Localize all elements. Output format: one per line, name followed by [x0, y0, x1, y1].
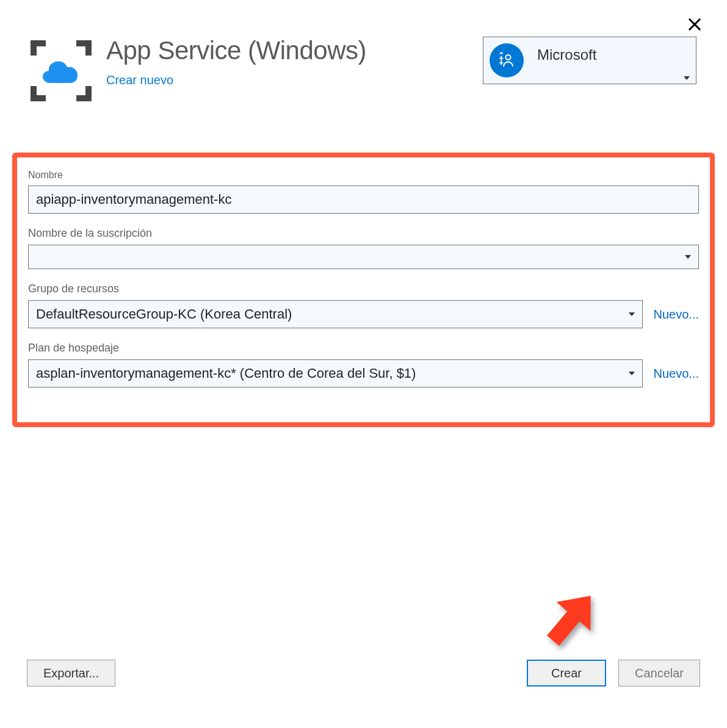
hosting-plan-value: asplan-inventorymanagement-kc* (Centro d…	[36, 366, 416, 381]
annotation-arrow-icon	[532, 579, 611, 661]
subscription-label: Nombre de la suscripción	[28, 227, 699, 240]
name-label: Nombre	[28, 170, 699, 181]
create-button[interactable]: Crear	[527, 660, 606, 687]
hosting-plan-select[interactable]: asplan-inventorymanagement-kc* (Centro d…	[28, 359, 643, 387]
cancel-button[interactable]: Cancelar	[618, 660, 700, 687]
name-input[interactable]	[28, 186, 699, 214]
resource-group-value: DefaultResourceGroup-KC (Korea Central)	[36, 306, 292, 322]
dialog-title: App Service (Windows)	[106, 37, 468, 65]
subscription-select[interactable]	[28, 245, 699, 269]
dialog-subtitle: Crear nuevo	[106, 73, 468, 87]
chevron-down-icon	[684, 76, 690, 80]
hosting-plan-new-link[interactable]: Nuevo...	[654, 367, 699, 381]
app-service-logo-icon	[31, 40, 92, 101]
chevron-down-icon	[629, 372, 635, 375]
hosting-plan-label: Plan de hospedaje	[28, 342, 699, 355]
account-avatar-icon	[490, 43, 524, 77]
chevron-down-icon	[685, 255, 691, 259]
chevron-down-icon	[629, 312, 635, 316]
form-panel: Nombre Nombre de la suscripción Grupo de…	[12, 153, 715, 427]
dialog-header: App Service (Windows) Crear nuevo Micros…	[0, 0, 727, 101]
close-icon[interactable]	[688, 17, 701, 34]
account-selector[interactable]: Microsoft	[483, 37, 696, 84]
resource-group-select[interactable]: DefaultResourceGroup-KC (Korea Central)	[28, 300, 643, 328]
account-name: Microsoft	[537, 46, 596, 63]
dialog-footer: Exportar... Crear Cancelar	[27, 660, 700, 687]
resource-group-label: Grupo de recursos	[28, 283, 699, 295]
svg-point-0	[506, 55, 511, 60]
resource-group-new-link[interactable]: Nuevo...	[654, 308, 699, 322]
export-button[interactable]: Exportar...	[27, 660, 115, 687]
